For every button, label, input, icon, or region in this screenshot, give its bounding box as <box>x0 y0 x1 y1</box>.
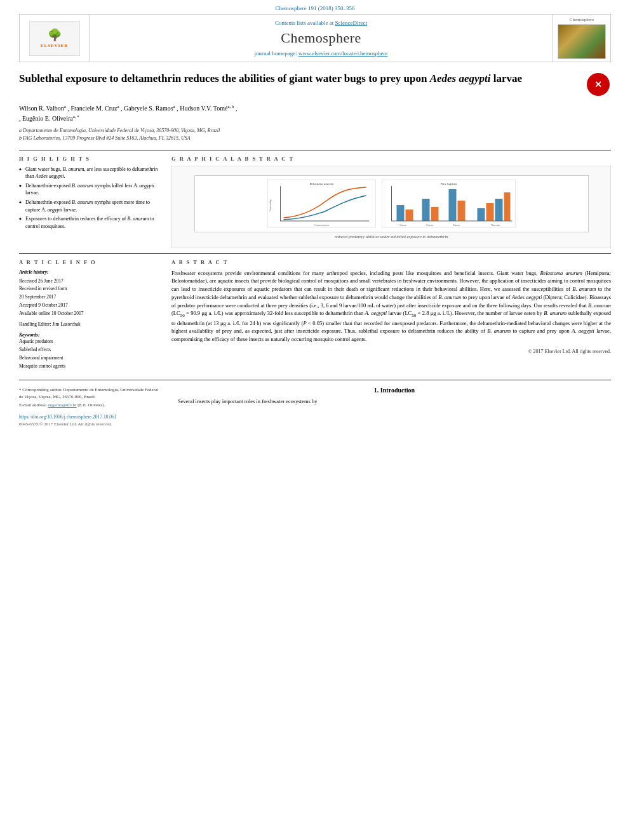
svg-text:3 larvae: 3 larvae <box>399 224 406 227</box>
author-cruz: , Franciele M. Cruz <box>67 105 117 112</box>
bottom-section: * Corresponding author. Departamento de … <box>19 380 611 427</box>
journal-cover-area: Chemosphere <box>553 15 610 62</box>
keywords-list: Aquatic predators Sublethal effects Beha… <box>19 338 159 370</box>
intro-header: 1. Introduction <box>178 387 611 394</box>
article-title-section: Sublethal exposure to deltamethrin reduc… <box>19 72 611 97</box>
handling-editor: Handling Editor: Jim Lazorchak <box>19 321 159 327</box>
svg-rect-18 <box>495 199 502 221</box>
footnotes-column: * Corresponding author. Departamento de … <box>19 387 159 427</box>
corresponding-author-note: * Corresponding author. Departamento de … <box>19 387 159 400</box>
highlight-item-1: Giant water bugs, B. anurum, are less su… <box>19 166 159 180</box>
author-oliveira: , Eugênio E. Oliveira <box>19 116 73 123</box>
copyright-text: © 2017 Elsevier Ltd. All rights reserved… <box>171 349 611 354</box>
abstract-text: Freshwater ecosystems provide environmen… <box>171 269 611 343</box>
highlights-column: H I G H L I G H T S Giant water bugs, B.… <box>19 156 159 248</box>
authors-line: Wilson R. Valbona , Franciele M. Cruza ,… <box>19 103 611 124</box>
svg-text:Concentration: Concentration <box>314 223 329 227</box>
svg-rect-14 <box>448 189 456 221</box>
svg-rect-0 <box>267 180 375 227</box>
journal-url[interactable]: www.elsevier.com/locate/chemosphere <box>298 50 387 57</box>
svg-rect-11 <box>405 210 413 221</box>
svg-rect-16 <box>477 208 485 221</box>
article-dates: Received 26 June 2017 Received in revise… <box>19 277 159 318</box>
science-direct-label: Contents lists available at ScienceDirec… <box>275 20 367 26</box>
crossmark-area: ✕ <box>586 72 611 97</box>
svg-rect-17 <box>486 203 493 221</box>
abstract-column: A B S T R A C T Freshwater ecosystems pr… <box>171 259 611 371</box>
graphical-abstract-box: Belastoma anurum % mortality Concentrati… <box>171 166 611 248</box>
article-info-column: A R T I C L E I N F O Article history: R… <box>19 259 159 371</box>
science-direct-link-text[interactable]: ScienceDirect <box>335 20 367 26</box>
received-date: Received 26 June 2017 <box>19 277 159 286</box>
article-info-header: A R T I C L E I N F O <box>19 259 159 265</box>
highlight-item-2: Deltamethrin-exposed B. anurum nymphs ki… <box>19 182 159 197</box>
svg-rect-15 <box>457 201 465 221</box>
author-valbon: Wilson R. Valbon <box>19 105 64 112</box>
main-content: Sublethal exposure to deltamethrin reduc… <box>0 62 630 436</box>
svg-rect-12 <box>422 199 429 221</box>
revised-label: Received in revised form <box>19 285 159 293</box>
bottom-two-col: * Corresponding author. Departamento de … <box>19 387 611 427</box>
journal-ref-text: Chemosphere 191 (2018) 350–356 <box>275 5 354 11</box>
history-label: Article history: <box>19 269 159 275</box>
publisher-logo-area: 🌳 ELSEVIER <box>20 15 90 62</box>
svg-rect-19 <box>504 192 510 221</box>
revised-date: 20 September 2017 <box>19 293 159 302</box>
elsevier-text: ELSEVIER <box>41 43 68 48</box>
svg-text:9 larvae: 9 larvae <box>452 224 460 227</box>
journal-homepage: journal homepage: www.elsevier.com/locat… <box>255 50 388 57</box>
highlights-list: Giant water bugs, B. anurum, are less su… <box>19 166 159 230</box>
graph-image: Belastoma anurum % mortality Concentrati… <box>194 175 589 232</box>
journal-cover-image <box>558 24 606 59</box>
article-title: Sublethal exposure to deltamethrin reduc… <box>19 72 586 86</box>
affiliations: a Departamento de Entomologia, Universid… <box>19 127 611 142</box>
introduction-column: 1. Introduction Several insects play imp… <box>178 387 611 427</box>
info-abstract-row: A R T I C L E I N F O Article history: R… <box>19 259 611 371</box>
keywords-section: Keywords: Aquatic predators Sublethal ef… <box>19 332 159 370</box>
highlight-item-3: Deltamethrin-exposed B. anurum nymphs sp… <box>19 199 159 213</box>
svg-text:6 larvae: 6 larvae <box>426 224 433 227</box>
graphical-abstract-header: G R A P H I C A L A B S T R A C T <box>171 156 611 162</box>
journal-reference: Chemosphere 191 (2018) 350–356 <box>0 0 630 14</box>
affiliation-2: b FAG Laboratories, 13709 Progress Blvd … <box>19 135 611 142</box>
email-footnote: E-mail address: eugenio@ufv.br (E.E. Oli… <box>19 402 159 409</box>
author-tome: , Hudson V.V. Tomé <box>177 105 227 112</box>
elsevier-tree-icon: 🌳 <box>48 28 62 42</box>
journal-title-text: Chemosphere <box>281 30 361 46</box>
available-online-date: Available online 10 October 2017 <box>19 310 159 318</box>
highlights-header: H I G H L I G H T S <box>19 156 159 162</box>
author-ramos: , Gabryele S. Ramos <box>121 105 173 112</box>
issn-text: 0045-6535/© 2017 Elsevier Ltd. All right… <box>19 422 159 427</box>
doi-link[interactable]: https://doi.org/10.1016/j.chemosphere.20… <box>19 414 159 420</box>
graphical-abstract-column: G R A P H I C A L A B S T R A C T Belast… <box>171 156 611 248</box>
svg-rect-13 <box>431 207 438 221</box>
svg-text:Prey Capture: Prey Capture <box>440 182 457 185</box>
accepted-date: Accepted 9 October 2017 <box>19 302 159 310</box>
highlights-abstract-row: H I G H L I G H T S Giant water bugs, B.… <box>19 156 611 248</box>
journal-title-area: Contents lists available at ScienceDirec… <box>90 15 553 62</box>
svg-text:Belastoma anurum: Belastoma anurum <box>309 182 333 185</box>
journal-header: 🌳 ELSEVIER Contents lists available at S… <box>19 14 611 62</box>
graph-caption-text: reduced predatory abilities under sublet… <box>335 234 448 239</box>
intro-text: Several insects play important roles in … <box>178 397 611 406</box>
cover-label: Chemosphere <box>570 17 594 22</box>
section-divider-1 <box>19 150 611 150</box>
affiliation-1: a Departamento de Entomologia, Universid… <box>19 127 611 135</box>
abstract-header: A B S T R A C T <box>171 259 611 265</box>
keywords-label: Keywords: <box>19 332 159 338</box>
elsevier-logo: 🌳 ELSEVIER <box>29 21 80 56</box>
svg-text:Time after: Time after <box>491 224 500 227</box>
crossmark-icon: ✕ <box>587 73 610 96</box>
page: Chemosphere 191 (2018) 350–356 🌳 ELSEVIE… <box>0 0 630 436</box>
svg-text:% mortality: % mortality <box>268 199 271 211</box>
svg-rect-10 <box>396 205 404 221</box>
section-divider-2 <box>19 253 611 254</box>
highlight-item-4: Exposures to deltamethrin reduces the ef… <box>19 215 159 230</box>
email-link[interactable]: eugenio@ufv.br <box>48 403 77 408</box>
